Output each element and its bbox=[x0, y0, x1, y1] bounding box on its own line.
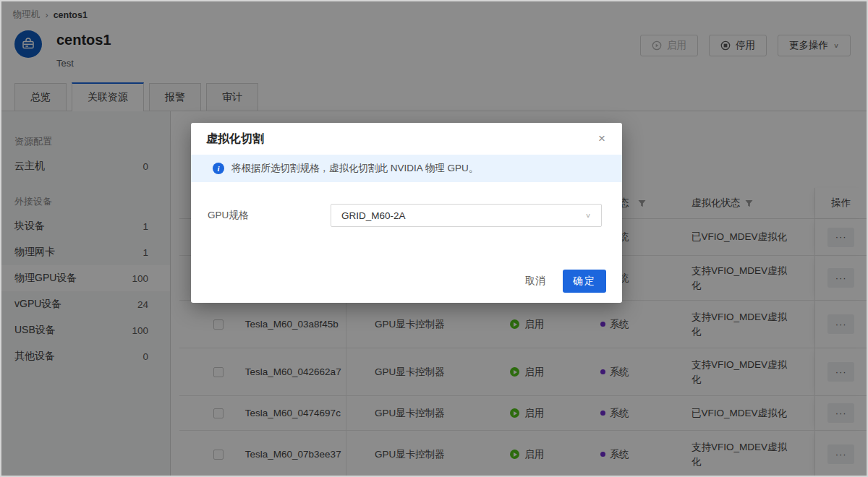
chevron-down-icon: ∨ bbox=[585, 212, 591, 219]
dialog-header: 虚拟化切割 × bbox=[191, 123, 622, 155]
info-banner: i 将根据所选切割规格，虚拟化切割此 NVIDIA 物理 GPU。 bbox=[191, 155, 622, 182]
gpu-spec-selected-value: GRID_M60-2A bbox=[341, 210, 406, 221]
close-icon[interactable]: × bbox=[593, 130, 610, 147]
dialog-title: 虚拟化切割 bbox=[206, 132, 264, 147]
dialog-footer: 取消 确定 bbox=[525, 270, 606, 293]
gpu-spec-label: GPU规格 bbox=[208, 209, 331, 222]
info-text: 将根据所选切割规格，虚拟化切割此 NVIDIA 物理 GPU。 bbox=[231, 162, 478, 175]
app-window: 物理机 › centos1 centos1 Test 启用 bbox=[0, 0, 868, 477]
dialog-form: GPU规格 GRID_M60-2A ∨ bbox=[191, 182, 622, 227]
info-icon: i bbox=[213, 163, 224, 174]
gpu-spec-select[interactable]: GRID_M60-2A ∨ bbox=[331, 204, 602, 227]
virtualization-slice-dialog: 虚拟化切割 × i 将根据所选切割规格，虚拟化切割此 NVIDIA 物理 GPU… bbox=[191, 123, 622, 303]
cancel-button[interactable]: 取消 bbox=[525, 275, 545, 288]
confirm-button[interactable]: 确定 bbox=[563, 270, 606, 293]
